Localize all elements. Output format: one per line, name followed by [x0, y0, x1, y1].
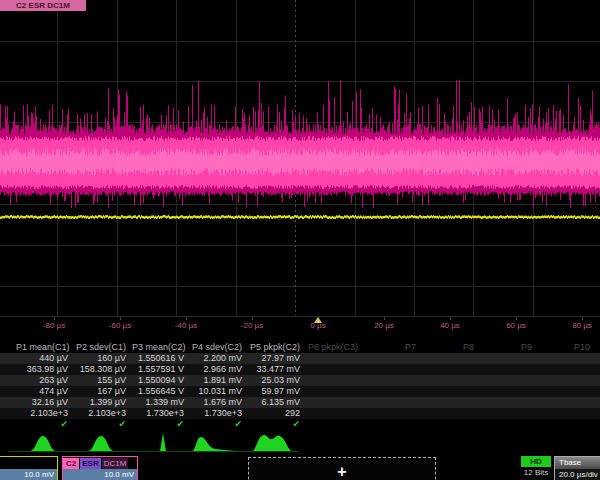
measure-value-cell — [306, 364, 364, 375]
measure-value-cell — [422, 397, 480, 408]
measure-value-cell — [306, 397, 364, 408]
measure-column-header[interactable]: P9 — [480, 342, 538, 353]
measure-value-cell — [480, 375, 538, 386]
measure-value-cell — [538, 364, 596, 375]
measure-value-cell: 10.031 mV — [190, 386, 248, 397]
c1-coupling: DC1M — [0, 458, 2, 469]
measure-value-cell: 1.550094 V — [132, 375, 190, 386]
measure-column-header[interactable]: P8 — [422, 342, 480, 353]
measure-column-header[interactable]: P3 mean(C2) — [132, 342, 190, 353]
status-check-icon: ✔ — [132, 419, 190, 430]
status-check-icon: ✔ — [190, 419, 248, 430]
measure-column-header[interactable]: P4 sdev(C2) — [190, 342, 248, 353]
axis-tick-mark — [120, 317, 121, 320]
channel-c1-descriptor[interactable]: C1 DC1M 10.0 mV — [0, 456, 58, 480]
axis-tick-mark — [450, 317, 451, 320]
axis-tick-label: 80 µs — [572, 321, 592, 330]
measure-column-header[interactable]: P6 pkpk(C3) — [306, 342, 364, 353]
histicon-strip — [0, 431, 600, 455]
add-trace-dropzone[interactable]: + — [248, 457, 436, 480]
measure-value-cell: 158.308 µV — [74, 364, 132, 375]
measure-value-cell — [422, 408, 480, 419]
status-check-icon — [422, 419, 480, 430]
axis-tick-label: 40 µs — [440, 321, 460, 330]
status-check-icon — [480, 419, 538, 430]
trace-label-badge[interactable]: C2 ESR DC1M — [0, 0, 86, 11]
measure-value-cell: 155 µV — [74, 375, 132, 386]
measure-value-cell — [480, 353, 538, 364]
tbase-value: 20.0 µs/div — [555, 469, 600, 480]
measure-value-cell — [306, 375, 364, 386]
timebase-descriptor[interactable]: Tbase 20.0 µs/div — [554, 456, 600, 480]
hd-mode-badge[interactable]: HD — [521, 456, 551, 467]
axis-tick-label: -60 µs — [109, 321, 131, 330]
measure-value-cell: 1.399 µV — [74, 397, 132, 408]
measure-value-cell: 1.676 mV — [190, 397, 248, 408]
measure-value-cell — [364, 375, 422, 386]
measure-value-cell: 263 µV — [16, 375, 74, 386]
measure-value-cell: 474 µV — [16, 386, 74, 397]
axis-tick-mark — [54, 317, 55, 320]
measure-column-header[interactable]: P2 sdev(C1) — [74, 342, 132, 353]
axis-tick-mark — [516, 317, 517, 320]
measure-value-cell: 1.891 mV — [190, 375, 248, 386]
measure-value-cell: 160 µV — [74, 353, 132, 364]
timebase-axis: -100 µs-80 µs-60 µs-40 µs-20 µs0 µs20 µs… — [0, 317, 600, 334]
plus-icon: + — [337, 467, 346, 477]
measure-value-cell — [306, 408, 364, 419]
measure-value-cell: 1.730e+3 — [190, 408, 248, 419]
measure-value-cell: 1.339 mV — [132, 397, 190, 408]
table-row: 363.98 µV158.308 µV1.557591 V2.966 mV33.… — [0, 364, 600, 375]
status-check-icon — [306, 419, 364, 430]
axis-tick-mark — [384, 317, 385, 320]
trigger-position-marker[interactable] — [314, 317, 322, 323]
table-row: 2.103e+32.103e+31.730e+31.730e+3292 — [0, 408, 600, 419]
c2-label: C2 — [63, 458, 79, 469]
hd-bits-label: 12 Bits — [517, 468, 555, 477]
measure-value-cell — [422, 364, 480, 375]
measure-value-cell — [422, 386, 480, 397]
measure-value-cell — [364, 353, 422, 364]
c2-coupling: DC1M — [102, 458, 129, 469]
measure-column-header[interactable]: P5 pkpk(C2) — [248, 342, 306, 353]
measure-value-cell — [480, 408, 538, 419]
channel-c2-descriptor[interactable]: C2 ESR DC1M 10.0 mV — [62, 456, 138, 480]
measure-value-cell — [364, 386, 422, 397]
measure-column-header[interactable]: P10 — [538, 342, 596, 353]
table-row: 263 µV155 µV1.550094 V1.891 mV25.03 mV — [0, 375, 600, 386]
c2-volts-per-div: 10.0 mV — [63, 469, 137, 480]
measure-value-cell: 6.135 mV — [248, 397, 306, 408]
measure-value-cell: 27.97 mV — [248, 353, 306, 364]
axis-tick-label: -40 µs — [175, 321, 197, 330]
measure-column-header[interactable]: P1 mean(C1) — [16, 342, 74, 353]
measure-column-header[interactable]: P7 — [364, 342, 422, 353]
axis-tick-label: 60 µs — [506, 321, 526, 330]
waveform-grid[interactable] — [0, 0, 600, 317]
measure-value-cell: 1.557591 V — [132, 364, 190, 375]
histicon-p1 — [14, 436, 64, 451]
measure-value-cell — [538, 408, 596, 419]
measure-value-cell: 33.477 mV — [248, 364, 306, 375]
measure-value-cell: 440 µV — [16, 353, 74, 364]
table-row: P1 mean(C1)P2 sdev(C1)P3 mean(C2)P4 sdev… — [0, 342, 600, 353]
measure-value-cell: 2.103e+3 — [74, 408, 132, 419]
measure-value-cell — [364, 397, 422, 408]
histicon-p4 — [188, 437, 238, 451]
measure-value-cell — [538, 375, 596, 386]
measure-value-cell: 2.103e+3 — [16, 408, 74, 419]
axis-tick-mark — [252, 317, 253, 320]
axis-tick-label: -20 µs — [241, 321, 263, 330]
axis-tick-label: -80 µs — [43, 321, 65, 330]
measure-value-cell: 2.200 mV — [190, 353, 248, 364]
histicon-baseline — [8, 451, 298, 452]
measure-value-cell: 363.98 µV — [16, 364, 74, 375]
histicon-p3 — [130, 433, 180, 451]
axis-tick-mark — [186, 317, 187, 320]
measure-value-cell: 167 µV — [74, 386, 132, 397]
measure-value-cell — [306, 386, 364, 397]
measure-value-cell — [422, 353, 480, 364]
axis-tick-mark — [582, 317, 583, 320]
c1-volts-per-div: 10.0 mV — [0, 469, 57, 480]
measure-value-cell — [364, 408, 422, 419]
measure-value-cell — [364, 364, 422, 375]
